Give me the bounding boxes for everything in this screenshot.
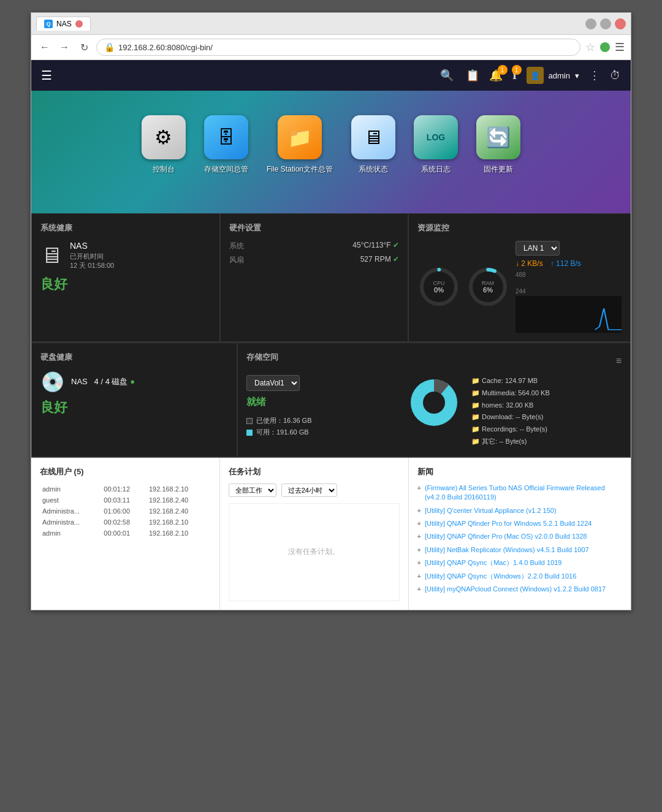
users-table: admin 00:01:12 192.168.2.10 guest 00:03:…: [40, 484, 211, 539]
system-status-label: 系统状态: [359, 164, 388, 175]
tasks-panel: 任务计划 全部工作 过去24小时 没有任务计划。: [220, 458, 409, 610]
speedometer-icon[interactable]: ⏱: [610, 69, 621, 82]
app-file-station[interactable]: 📁 File Station文件总管: [267, 115, 333, 189]
ram-gauge: RAM 6%: [466, 265, 509, 308]
news-item[interactable]: + [Utility] Q'center Virtual Appliance (…: [417, 506, 623, 515]
svg-text:RAM: RAM: [482, 280, 494, 286]
system-temp: 45°C/113°F ✔: [352, 241, 399, 251]
dashboard: 系统健康 🖥 NAS 已开机时间 12 天 01:58:00 良好 硬件设置: [31, 213, 631, 458]
window-close-button[interactable]: [615, 18, 626, 29]
task-filter-type[interactable]: 全部工作: [229, 484, 276, 497]
fan-rpm: 527 RPM ✔: [360, 255, 399, 265]
storage-manager-icon: 🗄: [204, 115, 248, 159]
refresh-button[interactable]: ↻: [77, 40, 91, 55]
browser-tab[interactable]: Q NAS: [36, 17, 91, 31]
free-legend-dot: [246, 430, 253, 436]
storage-title: 存储空间: [246, 352, 278, 363]
news-item[interactable]: + [Utility] myQNAPcloud Connect (Windows…: [417, 585, 623, 594]
svg-text:0%: 0%: [434, 286, 444, 294]
cpu-gauge: CPU 0%: [417, 265, 460, 308]
system-status-icon: 🖥: [351, 115, 395, 159]
upload-speed: ↑ 112 B/s: [550, 259, 581, 268]
maximize-button[interactable]: [600, 18, 611, 29]
free-label: 可用：191.60 GB: [256, 428, 309, 437]
control-panel-label: 控制台: [153, 164, 175, 175]
used-label: 已使用：16.36 GB: [256, 416, 311, 425]
minimize-button[interactable]: [585, 18, 596, 29]
table-row: admin 00:00:01 192.168.2.10: [40, 528, 211, 539]
storage-details: 📁 Cache: 124.97 MB 📁 Multimedia: 564.00 …: [471, 375, 622, 448]
address-text: 192.168.2.60:8080/cgi-bin/: [118, 43, 573, 52]
app-firmware-update[interactable]: 🔄 固件更新: [476, 115, 520, 189]
bottom-row: 在线用户 (5) admin 00:01:12 192.168.2.10 gue…: [31, 458, 631, 610]
hardware-panel: 硬件设置 系统 45°C/113°F ✔ 风扇 527 RPM ✔: [220, 213, 409, 342]
lan-selector[interactable]: LAN 1: [516, 241, 560, 256]
app-header: ☰ 🔍 📋 🔔 1 ℹ 1 👤 admin ▾: [31, 60, 631, 91]
hardware-title: 硬件设置: [229, 222, 400, 233]
tasks-title: 任务计划: [229, 466, 400, 477]
storage-pie-chart: [406, 375, 462, 448]
system-health-title: 系统健康: [40, 222, 211, 233]
storage-status: 就绪: [246, 396, 397, 409]
health-status-label: 良好: [40, 275, 211, 294]
info-badge: 1: [512, 65, 522, 75]
disk-icon: 💿: [40, 370, 65, 393]
news-title: 新闻: [417, 466, 623, 477]
news-item[interactable]: + [Utility] QNAP Qsync（Windows）2.2.0 Bui…: [417, 572, 623, 581]
control-panel-icon: ⚙: [142, 115, 186, 159]
back-button[interactable]: ←: [37, 40, 52, 55]
disk-health-title: 硬盘健康: [40, 352, 228, 363]
tab-close-button[interactable]: [75, 20, 83, 28]
forward-button[interactable]: →: [57, 40, 72, 55]
file-station-label: File Station文件总管: [267, 164, 333, 175]
volume-selector[interactable]: DataVol1: [246, 375, 300, 391]
dropdown-arrow: ▾: [575, 71, 579, 80]
disk-health-panel: 硬盘健康 💿 NAS 4 / 4 磁盘 ● 良好: [31, 343, 237, 457]
hamburger-menu[interactable]: ☰: [41, 68, 52, 83]
network-chart: [516, 296, 622, 333]
table-row: admin 00:01:12 192.168.2.10: [40, 484, 211, 495]
disk-status-label: 良好: [40, 398, 228, 417]
app-control-panel[interactable]: ⚙ 控制台: [142, 115, 186, 189]
storage-list-icon[interactable]: ≡: [616, 355, 622, 366]
tab-title: NAS: [56, 20, 72, 28]
print-icon: 📋: [466, 69, 479, 82]
app-system-status[interactable]: 🖥 系统状态: [351, 115, 395, 189]
task-filter-time[interactable]: 过去24小时: [281, 484, 337, 497]
news-item[interactable]: + [Utility] QNAP Qsync（Mac）1.4.0 Build 1…: [417, 558, 623, 567]
used-legend-dot: [246, 418, 253, 424]
header-search-icon[interactable]: 🔍: [440, 69, 454, 82]
more-options-icon[interactable]: ⋮: [589, 69, 600, 82]
address-bar[interactable]: 🔒 192.168.2.60:8080/cgi-bin/: [96, 39, 580, 56]
app-storage-manager[interactable]: 🗄 存储空间总管: [204, 115, 248, 189]
app-desktop: ⚙ 控制台 🗄 存储空间总管 📁 File Station文件总管 🖥 系统状态…: [31, 91, 631, 213]
firmware-update-label: 固件更新: [484, 164, 513, 175]
bookmark-icon[interactable]: ☆: [585, 40, 595, 54]
info-icon-btn[interactable]: ℹ 1: [512, 69, 517, 82]
firmware-update-icon: 🔄: [476, 115, 520, 159]
app-system-log[interactable]: LOG 系统日志: [414, 115, 458, 189]
user-menu[interactable]: 👤 admin ▾: [527, 67, 579, 84]
bell-badge: 1: [498, 65, 508, 75]
system-health-panel: 系统健康 🖥 NAS 已开机时间 12 天 01:58:00 良好: [31, 213, 220, 342]
green-status-dot: [600, 42, 610, 52]
users-panel: 在线用户 (5) admin 00:01:12 192.168.2.10 gue…: [31, 458, 220, 610]
news-item[interactable]: + [Utility] QNAP Qfinder Pro for Windows…: [417, 519, 623, 528]
print-icon-btn[interactable]: 📋: [466, 69, 479, 82]
system-log-label: 系统日志: [421, 164, 451, 175]
resource-title: 资源监控: [417, 222, 622, 233]
download-speed: ↓ 2 KB/s: [516, 259, 543, 268]
file-station-icon: 📁: [278, 115, 322, 159]
news-item[interactable]: + (Firmware) All Series Turbo NAS Offici…: [417, 484, 623, 503]
news-item[interactable]: + [Utility] NetBak Replicator (Windows) …: [417, 545, 623, 555]
news-item[interactable]: + [Utility] QNAP Qfinder Pro (Mac OS) v2…: [417, 532, 623, 541]
storage-manager-label: 存储空间总管: [204, 164, 248, 175]
server-icon: 🖥: [40, 243, 63, 268]
table-row: guest 00:03:11 192.168.2.40: [40, 495, 211, 506]
lock-icon: 🔒: [104, 42, 115, 52]
news-panel: 新闻 + (Firmware) All Series Turbo NAS Off…: [409, 458, 631, 610]
username-label: admin: [549, 71, 570, 80]
browser-menu-icon[interactable]: ☰: [615, 40, 625, 54]
bell-icon-btn[interactable]: 🔔 1: [489, 69, 503, 82]
tab-icon: Q: [44, 20, 53, 28]
